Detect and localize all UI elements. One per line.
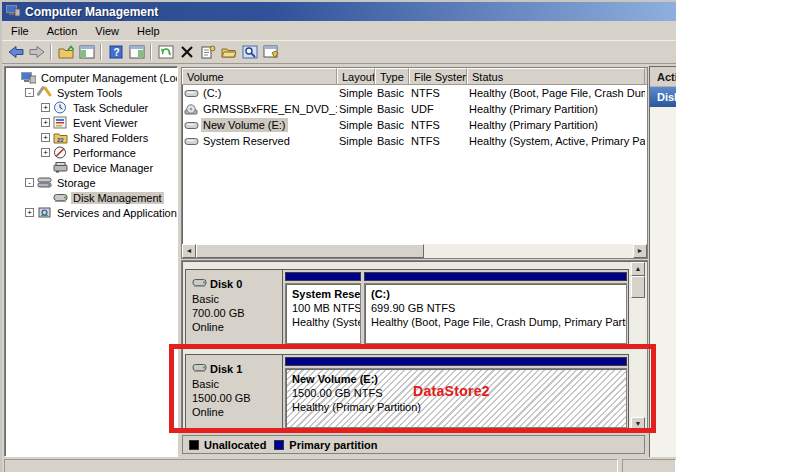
partition-title: System Rese bbox=[292, 287, 360, 301]
layout-cell: Simple bbox=[337, 103, 375, 115]
disk-graphical-panel: Disk 0Basic700.00 GBOnlineSystem Rese100… bbox=[181, 260, 648, 433]
scroll-right-icon[interactable]: ► bbox=[633, 244, 647, 258]
volume-list-rows: (C:)SimpleBasicNTFSHealthy (Boot, Page F… bbox=[182, 85, 647, 149]
search-icon[interactable] bbox=[239, 42, 260, 62]
expand-plus-icon[interactable]: + bbox=[25, 208, 34, 217]
window-tree-icon[interactable] bbox=[76, 42, 97, 62]
disk-label-box[interactable]: Disk 0Basic700.00 GBOnline bbox=[186, 270, 283, 346]
help-icon[interactable]: ? bbox=[105, 42, 126, 62]
column-header-type[interactable]: Type bbox=[375, 68, 409, 84]
shared-folder-icon: 22 bbox=[53, 131, 68, 144]
tree-item-label: Task Scheduler bbox=[71, 102, 150, 114]
disk-row-disk-0[interactable]: Disk 0Basic700.00 GBOnlineSystem Rese100… bbox=[185, 269, 629, 347]
drive-icon bbox=[184, 88, 199, 99]
partition-body[interactable]: System Rese100 MB NTFSHealthy (System bbox=[285, 283, 361, 344]
tree-item-label: Performance bbox=[71, 147, 138, 159]
expand-plus-icon[interactable]: + bbox=[41, 118, 50, 127]
menu-view[interactable]: View bbox=[86, 22, 128, 40]
volume-row[interactable]: GRMSSBxFRE_EN_DVD_1 (D:)SimpleBasicUDFHe… bbox=[182, 101, 647, 117]
volume-name-label: GRMSSBxFRE_EN_DVD_1 (D:) bbox=[201, 102, 337, 116]
screenshot-stage: Computer Management FileActionViewHelp ?… bbox=[0, 0, 800, 472]
primary-partition-color-strip bbox=[364, 272, 627, 281]
actions-disk-management-item[interactable]: Disk bbox=[650, 87, 676, 107]
volume-list-header: VolumeLayoutTypeFile SystemStatus bbox=[182, 68, 647, 85]
refresh-icon[interactable] bbox=[155, 42, 176, 62]
collapse-minus-icon[interactable]: - bbox=[25, 88, 34, 97]
column-header-layout[interactable]: Layout bbox=[337, 68, 375, 84]
tree-item-computer-management-local-[interactable]: Computer Management (Local) bbox=[5, 70, 177, 85]
expand-plus-icon[interactable]: + bbox=[41, 148, 50, 157]
disk-size: 700.00 GB bbox=[192, 306, 282, 320]
column-header-file-system[interactable]: File System bbox=[409, 68, 467, 84]
tree-item-shared-folders[interactable]: +22Shared Folders bbox=[5, 130, 177, 145]
tree-item-services-and-applications[interactable]: +Services and Applications bbox=[5, 205, 177, 220]
primary-partition-color-strip bbox=[285, 272, 361, 281]
legend-swatch bbox=[189, 440, 199, 450]
tree-item-performance[interactable]: +Performance bbox=[5, 145, 177, 160]
menu-help[interactable]: Help bbox=[128, 22, 169, 40]
legend-item-primary-partition: Primary partition bbox=[274, 439, 377, 451]
drive-icon bbox=[184, 136, 199, 147]
scroll-left-icon[interactable]: ◄ bbox=[182, 244, 196, 258]
partition-body[interactable]: (C:)699.90 GB NTFSHealthy (Boot, Page Fi… bbox=[364, 283, 627, 344]
partition-status: Healthy (System bbox=[292, 315, 360, 329]
file-system-cell: NTFS bbox=[409, 119, 467, 131]
tree-item-label: System Tools bbox=[55, 87, 124, 99]
tree-item-system-tools[interactable]: -System Tools bbox=[5, 85, 177, 100]
tree-item-disk-management[interactable]: Disk Management bbox=[5, 190, 177, 205]
file-system-cell: NTFS bbox=[409, 87, 467, 99]
volume-row[interactable]: System ReservedSimpleBasicNTFSHealthy (S… bbox=[182, 133, 647, 149]
expand-plus-icon[interactable]: + bbox=[41, 103, 50, 112]
forward-icon[interactable] bbox=[26, 42, 47, 62]
tree-item-label: Disk Management bbox=[71, 192, 164, 204]
menu-action[interactable]: Action bbox=[38, 22, 87, 40]
toolbar-separator bbox=[100, 44, 102, 60]
tree-item-event-viewer[interactable]: +Event Viewer bbox=[5, 115, 177, 130]
clock-icon bbox=[53, 101, 68, 114]
computer-management-window: Computer Management FileActionViewHelp ?… bbox=[0, 0, 676, 472]
partition-block[interactable]: (C:)699.90 GB NTFSHealthy (Boot, Page Fi… bbox=[364, 272, 627, 344]
scroll-thumb[interactable] bbox=[196, 244, 424, 258]
scroll-thumb[interactable] bbox=[631, 276, 645, 298]
scroll-track[interactable] bbox=[424, 244, 633, 258]
properties-icon[interactable] bbox=[197, 42, 218, 62]
open-folder-icon[interactable] bbox=[218, 42, 239, 62]
volume-horizontal-scrollbar[interactable]: ◄ ► bbox=[182, 244, 647, 258]
volume-row[interactable]: New Volume (E:)SimpleBasicNTFSHealthy (P… bbox=[182, 117, 647, 133]
partition-block[interactable]: New Volume (E:)1500.00 GB NTFSHealthy (P… bbox=[285, 357, 627, 428]
disk-state: Online bbox=[192, 405, 282, 419]
snap-in-icon[interactable] bbox=[260, 42, 281, 62]
disk-row-disk-1[interactable]: Disk 1Basic1500.00 GBOnlineNew Volume (E… bbox=[185, 354, 629, 431]
tree-item-storage[interactable]: -Storage bbox=[5, 175, 177, 190]
disk-icon bbox=[192, 276, 207, 292]
column-header-volume[interactable]: Volume bbox=[182, 68, 337, 84]
scroll-up-icon[interactable]: ▲ bbox=[631, 262, 645, 276]
delete-icon[interactable] bbox=[176, 42, 197, 62]
tree-item-label: Computer Management (Local) bbox=[39, 72, 178, 84]
title-bar[interactable]: Computer Management bbox=[2, 2, 676, 21]
menu-file[interactable]: File bbox=[2, 22, 38, 40]
window-pane-icon[interactable] bbox=[126, 42, 147, 62]
tree-item-device-manager[interactable]: Device Manager bbox=[5, 160, 177, 175]
partition-body[interactable]: New Volume (E:)1500.00 GB NTFSHealthy (P… bbox=[285, 368, 627, 428]
disk-state: Online bbox=[192, 320, 282, 334]
collapse-minus-icon[interactable]: - bbox=[25, 178, 34, 187]
layout-cell: Simple bbox=[337, 119, 375, 131]
tree-item-task-scheduler[interactable]: +Task Scheduler bbox=[5, 100, 177, 115]
legend-item-unallocated: Unallocated bbox=[189, 439, 266, 451]
partition-block[interactable]: System Rese100 MB NTFSHealthy (System bbox=[285, 272, 361, 344]
status-cell: Healthy (Boot, Page File, Crash Dump bbox=[467, 87, 645, 99]
performance-icon bbox=[53, 146, 68, 159]
back-icon[interactable] bbox=[5, 42, 26, 62]
volume-row[interactable]: (C:)SimpleBasicNTFSHealthy (Boot, Page F… bbox=[182, 85, 647, 101]
expand-plus-icon[interactable]: + bbox=[41, 133, 50, 142]
legend-label: Primary partition bbox=[289, 439, 377, 451]
tree-item-label: Event Viewer bbox=[71, 117, 140, 129]
disk-vertical-scrollbar[interactable]: ▲ ▼ bbox=[631, 262, 645, 431]
scroll-down-icon[interactable]: ▼ bbox=[631, 417, 645, 431]
toolbar: ? bbox=[2, 41, 676, 64]
folder-up-icon[interactable] bbox=[55, 42, 76, 62]
column-header-status[interactable]: Status bbox=[467, 68, 645, 84]
type-cell: Basic bbox=[375, 87, 409, 99]
disk-label-box[interactable]: Disk 1Basic1500.00 GBOnline bbox=[186, 355, 283, 430]
